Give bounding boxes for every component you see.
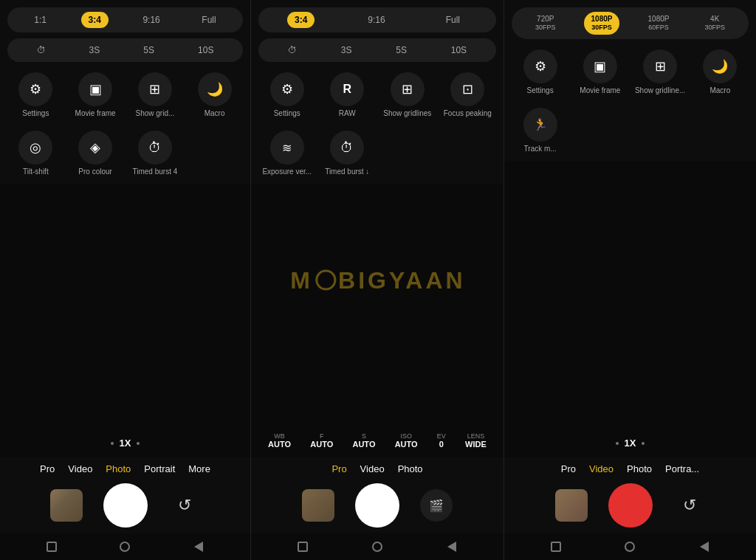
vid-mode-photo[interactable]: Photo — [627, 463, 652, 474]
rotate-btn-1[interactable]: ↺ — [168, 489, 201, 522]
vid-mode-pro[interactable]: Pro — [561, 463, 576, 474]
pro-raw-label: RAW — [339, 109, 356, 117]
res-1080p-60[interactable]: 1080P60FPS — [641, 12, 677, 35]
pro-mode-pro[interactable]: Pro — [331, 463, 346, 474]
vid-record-btn[interactable] — [608, 483, 653, 528]
res-1080p-30[interactable]: 1080P30FPS — [584, 12, 620, 35]
mode-pro-1[interactable]: Pro — [40, 463, 55, 474]
pro-timer-5s[interactable]: 5S — [387, 42, 416, 58]
pro-focus-icon-item[interactable]: ⊡ Focus peaking — [439, 68, 497, 122]
pro-timer-3s[interactable]: 3S — [332, 42, 361, 58]
thumbnail-img-1 — [50, 489, 83, 522]
tiltshift-label: Tilt-shift — [23, 167, 49, 176]
pro-viewfinder: WB AUTO F AUTO S AUTO ISO AUTO — [251, 184, 504, 457]
nav-bar-2 — [251, 533, 504, 560]
timer-icon[interactable]: ⏱ — [28, 42, 55, 58]
vid-thumbnail[interactable] — [555, 489, 588, 522]
pro-f-value: AUTO — [310, 440, 333, 449]
pro-f[interactable]: F AUTO — [310, 432, 333, 449]
aspect-3-4[interactable]: 3:4 — [81, 12, 109, 28]
mode-more-1[interactable]: More — [188, 463, 210, 474]
pro-timed-burst-label: Timed burst ↓ — [325, 167, 369, 176]
pro-grid-icon-item[interactable]: ⊞ Show gridlines — [379, 68, 436, 122]
pro-settings-icon-item[interactable]: ⚙ Settings — [258, 68, 316, 122]
vid-grid-icon-item[interactable]: ⊞ Show gridline... — [632, 45, 689, 99]
nav-square-2[interactable] — [295, 539, 310, 554]
pro-wb-value: AUTO — [268, 440, 291, 449]
movie-frame-icon-item[interactable]: ▣ Movie frame — [67, 68, 124, 122]
vid-settings-icon-item[interactable]: ⚙ Settings — [512, 45, 568, 99]
zoom-bar-1: 1X — [111, 435, 140, 452]
show-grid-circle: ⊞ — [138, 72, 172, 106]
pro-s-label: S — [362, 432, 366, 440]
tiltshift-circle: ◎ — [18, 131, 52, 165]
settings-icon-item[interactable]: ⚙ Settings — [7, 68, 64, 122]
pro-aspect-ratio-bar: 3:4 9:16 Full — [258, 7, 496, 32]
show-grid-icon-item[interactable]: ⊞ Show grid... — [127, 68, 184, 122]
nav-circle-1[interactable] — [117, 539, 132, 554]
vid-grid-circle: ⊞ — [643, 49, 677, 83]
photo-shutter-btn-1[interactable] — [103, 483, 148, 528]
pro-aspect-full[interactable]: Full — [439, 12, 467, 28]
pro-focus-circle: ⊡ — [450, 72, 484, 106]
nav-back-2[interactable] — [444, 539, 459, 554]
vid-mode-portrait[interactable]: Portra... — [665, 463, 699, 474]
pro-lens[interactable]: LENS WIDE — [465, 432, 487, 449]
nav-square-3[interactable] — [549, 539, 563, 554]
timer-3s[interactable]: 3S — [80, 42, 109, 58]
exposure-ver-icon-item[interactable]: ≋ Exposure ver... — [258, 126, 316, 180]
pro-shutter-btn[interactable] — [355, 483, 399, 528]
nav-bar-3 — [504, 533, 756, 560]
aspect-1-1[interactable]: 1:1 — [27, 12, 54, 28]
pro-aspect-3-4[interactable]: 3:4 — [287, 12, 315, 28]
settings-label: Settings — [22, 109, 49, 117]
pro-timer-icon[interactable]: ⏱ — [279, 42, 306, 58]
zoom-value-3: 1X — [625, 438, 636, 449]
mode-video-1[interactable]: Video — [68, 463, 92, 474]
aspect-9-16[interactable]: 9:16 — [135, 12, 167, 28]
pro-colour-label: Pro colour — [78, 167, 112, 176]
pro-aspect-9-16[interactable]: 9:16 — [360, 12, 392, 28]
pro-raw-icon-item[interactable]: R RAW — [319, 68, 377, 122]
photo-mode-bar: Pro Video Photo Portrait More — [0, 457, 250, 477]
nav-circle-3[interactable] — [622, 539, 637, 554]
photo-thumbnail-1[interactable] — [50, 489, 83, 522]
pro-iso[interactable]: ISO AUTO — [395, 432, 418, 449]
pro-s[interactable]: S AUTO — [352, 432, 375, 449]
pro-colour-icon-item[interactable]: ◈ Pro colour — [67, 126, 124, 180]
tiltshift-icon-item[interactable]: ◎ Tilt-shift — [7, 126, 64, 180]
vid-track-icon-item[interactable]: 🏃 Track m... — [512, 103, 568, 157]
pro-thumbnail-img — [302, 489, 334, 522]
vid-mode-video[interactable]: Video — [589, 463, 614, 474]
timer-10s[interactable]: 10S — [189, 42, 222, 58]
nav-square-1[interactable] — [44, 539, 59, 554]
rotate-btn-3[interactable]: ↺ — [673, 489, 706, 522]
timer-5s[interactable]: 5S — [134, 42, 163, 58]
pro-timed-burst-icon-item[interactable]: ⏱ Timed burst ↓ — [319, 126, 377, 180]
mode-portrait-1[interactable]: Portrait — [144, 463, 175, 474]
pro-video-switch-btn[interactable]: 🎬 — [420, 489, 453, 522]
res-720p[interactable]: 720P30FPS — [528, 12, 563, 35]
movie-frame-circle: ▣ — [78, 72, 112, 106]
aspect-ratio-bar: 1:1 3:4 9:16 Full — [7, 7, 243, 32]
zoom-dot-3-right — [642, 442, 645, 445]
pro-mode-video[interactable]: Video — [360, 463, 385, 474]
pro-timer-10s[interactable]: 10S — [442, 42, 475, 58]
nav-back-3[interactable] — [697, 539, 712, 554]
res-4k[interactable]: 4K30FPS — [697, 12, 732, 35]
pro-mode-photo[interactable]: Photo — [398, 463, 423, 474]
pro-ev[interactable]: EV 0 — [437, 432, 446, 449]
mode-photo-1[interactable]: Photo — [106, 463, 131, 474]
pro-s-value: AUTO — [352, 440, 375, 449]
pro-grid-circle: ⊞ — [391, 72, 425, 106]
vid-movie-frame-icon-item[interactable]: ▣ Movie frame — [571, 45, 628, 99]
aspect-full[interactable]: Full — [194, 12, 223, 28]
nav-circle-2[interactable] — [370, 539, 385, 554]
nav-back-1[interactable] — [191, 539, 206, 554]
timed-burst-icon-item[interactable]: ⏱ Timed burst 4 — [127, 126, 184, 180]
pro-wb[interactable]: WB AUTO — [268, 432, 291, 449]
pro-ev-value: 0 — [439, 440, 444, 449]
pro-thumbnail[interactable] — [302, 489, 334, 522]
vid-macro-icon-item[interactable]: 🌙 Macro — [692, 45, 749, 99]
macro-icon-item[interactable]: 🌙 Macro — [186, 68, 243, 122]
